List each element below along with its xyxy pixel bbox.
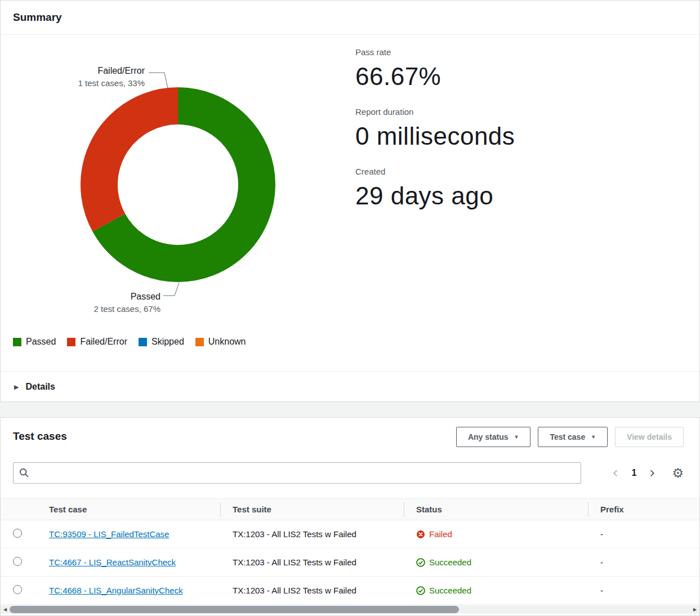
legend-item-failed-error: Failed/Error [67,337,127,347]
legend-swatch [195,338,204,346]
current-page[interactable]: 1 [630,468,637,478]
pass-rate-donut-chart: Failed/Error 1 test cases, 33% Passed 2 … [1,35,361,368]
row-radio-button[interactable] [13,585,22,594]
pass-rate-value: 66.67% [355,61,515,92]
column-header-status: Status [404,505,588,514]
status-filter-label: Any status [468,432,509,441]
group-by-label: Test case [550,432,585,441]
status-text: Succeeded [429,586,471,595]
test-cases-table: Test case Test suite Status Prefix TC:93… [1,498,699,605]
annotation-failed-label: Failed/Error [1,65,145,77]
test-case-cell: TC:93509 - LIS_FailedTestCase [37,529,220,539]
search-field [13,462,581,484]
legend-item-passed: Passed [13,337,56,347]
chart-legend: PassedFailed/ErrorSkippedUnknown [13,337,246,347]
pagination: 1 [610,468,657,479]
details-label: Details [25,382,55,392]
column-header-prefix: Prefix [588,505,699,514]
search-input[interactable] [13,462,581,484]
previous-page-button[interactable] [610,468,621,479]
legend-swatch [13,338,21,346]
succeeded-status-icon [416,558,425,567]
succeeded-status-icon [416,586,425,595]
test-suite-cell: TX:1203 - All LIS2 Tests w Failed [220,529,404,539]
caret-down-icon: ▼ [514,435,519,440]
row-selection-cell [1,585,37,596]
test-case-link[interactable]: TC:4668 - LIS_AngularSanityCheck [49,586,183,595]
test-cases-title: Test cases [13,430,67,443]
column-header-test-case: Test case [37,505,220,514]
table-body: TC:93509 - LIS_FailedTestCase TX:1203 - … [1,520,699,605]
test-case-cell: TC:4668 - LIS_AngularSanityCheck [37,586,220,595]
column-header-test-suite: Test suite [220,505,404,514]
summary-stats: Pass rate 66.67% Report duration 0 milli… [355,47,515,226]
summary-title: Summary [1,1,699,35]
row-radio-button[interactable] [13,529,22,538]
test-suite-cell: TX:1203 - All LIS2 Tests w Failed [220,586,404,595]
section-divider [0,402,700,417]
row-selection-cell [1,557,37,568]
scroll-left-arrow[interactable]: ◀ [1,605,10,614]
legend-item-unknown: Unknown [195,337,246,347]
prefix-cell: - [588,529,699,539]
report-duration-label: Report duration [355,106,515,118]
test-cases-actions: Any status ▼ Test case ▼ View details [456,427,684,447]
search-row: 1 ⚙ [13,462,684,484]
status-cell: Succeeded [404,586,588,595]
created-label: Created [355,166,515,177]
view-details-button[interactable]: View details [615,427,684,447]
search-icon [19,468,29,480]
table-row: TC:93509 - LIS_FailedTestCase TX:1203 - … [1,520,699,548]
test-cases-panel: Test cases Any status ▼ Test case ▼ View… [0,417,700,616]
expand-caret-icon: ▶ [14,383,19,391]
settings-gear-icon[interactable]: ⚙ [672,467,684,480]
row-selection-cell [1,529,37,539]
table-row: TC:4667 - LIS_ReactSanityCheck TX:1203 -… [1,548,699,577]
legend-label: Failed/Error [80,337,127,347]
scrollbar-thumb[interactable] [10,606,459,613]
status-filter-dropdown[interactable]: Any status ▼ [456,427,531,447]
summary-body: Failed/Error 1 test cases, 33% Passed 2 … [1,35,699,368]
table-row: TC:4668 - LIS_AngularSanityCheck TX:1203… [1,577,699,605]
summary-panel: Summary Failed/Error 1 test cases, 33% P… [0,0,700,402]
row-radio-button[interactable] [13,557,22,566]
status-text: Failed [429,529,452,539]
report-duration-value: 0 milliseconds [355,121,515,151]
legend-swatch [139,338,147,346]
test-case-link[interactable]: TC:93509 - LIS_FailedTestCase [49,529,169,539]
caret-down-icon: ▼ [591,435,596,440]
stat-report-duration: Report duration 0 milliseconds [355,106,515,151]
annotation-failed-error: Failed/Error 1 test cases, 33% [1,65,145,89]
scrollbar-track[interactable] [10,605,690,614]
test-case-cell: TC:4667 - LIS_ReactSanityCheck [37,557,220,567]
annotation-passed-sublabel: 2 test cases, 67% [1,303,160,315]
legend-label: Unknown [208,337,246,347]
annotation-passed: Passed 2 test cases, 67% [1,291,160,315]
status-cell: Succeeded [404,557,588,567]
legend-label: Skipped [151,337,184,347]
legend-item-skipped: Skipped [139,337,184,347]
prefix-cell: - [588,557,699,567]
legend-label: Passed [26,337,56,347]
pass-rate-label: Pass rate [355,47,515,58]
status-text: Succeeded [429,557,471,567]
next-page-button[interactable] [647,468,657,479]
annotation-failed-sublabel: 1 test cases, 33% [1,77,145,89]
created-value: 29 days ago [355,181,515,211]
failed-status-icon [416,530,425,539]
donut-chart-svg [81,87,275,282]
test-case-link[interactable]: TC:4667 - LIS_ReactSanityCheck [49,557,176,567]
status-cell: Failed [404,529,588,539]
annotation-passed-label: Passed [1,291,160,303]
table-header-row: Test case Test suite Status Prefix [1,498,699,520]
stat-created: Created 29 days ago [355,166,515,211]
legend-swatch [67,338,75,346]
horizontal-scrollbar[interactable]: ◀ ▶ [1,605,699,614]
details-expander[interactable]: ▶ Details [1,371,699,402]
stat-pass-rate: Pass rate 66.67% [355,47,515,92]
test-suite-cell: TX:1203 - All LIS2 Tests w Failed [220,557,404,567]
prefix-cell: - [588,586,699,595]
scroll-right-arrow[interactable]: ▶ [690,605,699,614]
group-by-dropdown[interactable]: Test case ▼ [538,427,608,447]
